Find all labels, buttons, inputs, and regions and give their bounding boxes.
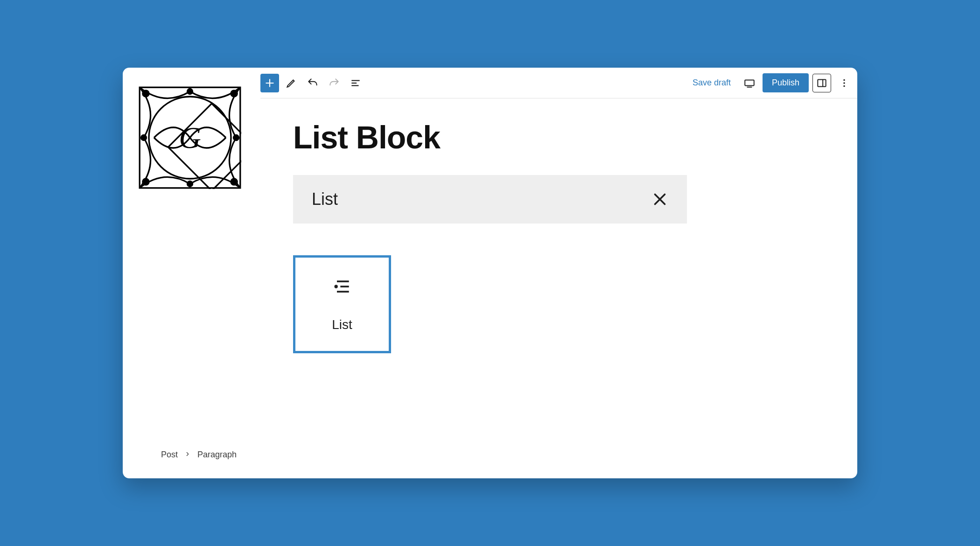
chevron-right-icon — [184, 450, 191, 460]
block-result-label: List — [332, 317, 352, 332]
editor-content: List Block List — [260, 98, 857, 478]
tools-button[interactable] — [282, 74, 301, 92]
options-button[interactable] — [835, 74, 854, 92]
svg-point-19 — [843, 79, 845, 80]
settings-sidebar-toggle[interactable] — [812, 74, 831, 92]
kebab-icon — [838, 77, 850, 89]
preview-button[interactable] — [740, 74, 759, 92]
sidebar-icon — [816, 77, 828, 89]
block-inserter-button[interactable] — [260, 74, 279, 92]
svg-rect-15 — [745, 80, 754, 85]
svg-point-21 — [843, 85, 845, 86]
editor-toolbar: Save draft Publish — [260, 68, 857, 98]
plus-icon — [264, 77, 276, 89]
block-result-list[interactable]: List — [293, 255, 391, 353]
document-overview-button[interactable] — [346, 74, 365, 92]
save-draft-button[interactable]: Save draft — [687, 78, 736, 88]
editor-main: Save draft Publish List Block — [260, 68, 857, 478]
redo-button[interactable] — [325, 74, 343, 92]
undo-button[interactable] — [303, 74, 322, 92]
list-icon — [332, 276, 352, 297]
redo-icon — [328, 77, 340, 89]
desktop-icon — [743, 77, 756, 89]
toolbar-left-group — [260, 74, 365, 92]
breadcrumb-current[interactable]: Paragraph — [197, 450, 237, 460]
toolbar-right-group: Save draft Publish — [687, 73, 854, 92]
editor-window: G — [123, 68, 857, 478]
publish-button[interactable]: Publish — [763, 73, 809, 92]
block-search-input[interactable] — [312, 189, 651, 209]
post-title[interactable]: List Block — [293, 119, 825, 155]
site-sidebar: G — [123, 68, 260, 478]
block-search-bar — [293, 175, 687, 224]
breadcrumb-root[interactable]: Post — [161, 450, 178, 460]
site-logo[interactable]: G — [139, 86, 241, 189]
close-icon — [651, 191, 668, 208]
svg-rect-17 — [818, 79, 826, 86]
list-block-icon — [332, 276, 352, 299]
outline-icon — [350, 77, 362, 89]
pencil-icon — [285, 77, 297, 89]
clear-search-button[interactable] — [651, 191, 668, 208]
breadcrumb: Post Paragraph — [161, 450, 237, 460]
svg-point-20 — [843, 82, 845, 84]
gutenberg-logo-icon: G — [139, 86, 241, 189]
svg-text:G: G — [179, 120, 201, 154]
svg-point-23 — [335, 285, 338, 288]
undo-icon — [307, 77, 319, 89]
